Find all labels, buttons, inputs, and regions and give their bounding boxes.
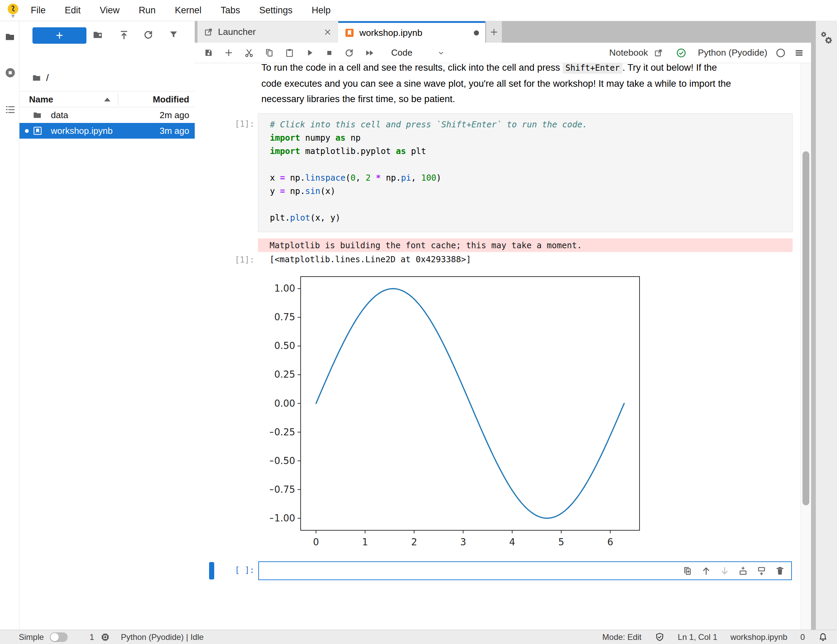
markdown-line-2: code executes and you can see a sine wav…	[261, 76, 731, 91]
svg-text:−0.25: −0.25	[270, 426, 295, 438]
empty-cell-input[interactable]	[258, 561, 792, 580]
code-editor[interactable]: # Click into this cell and press `Shift+…	[270, 118, 792, 224]
stop-icon[interactable]	[325, 49, 334, 57]
svg-text:4: 4	[509, 536, 515, 547]
run-icon[interactable]	[305, 48, 315, 58]
svg-text:3: 3	[460, 536, 466, 547]
cut-icon[interactable]	[244, 48, 254, 58]
kernel-name[interactable]: Python (Pyodide)	[698, 48, 767, 58]
file-browser-icon[interactable]	[5, 31, 15, 43]
status-filename: workshop.ipynb	[730, 633, 788, 642]
file-modified: 2m ago	[159, 110, 189, 121]
save-icon[interactable]	[204, 48, 213, 58]
duplicate-cell-icon[interactable]	[683, 566, 693, 576]
menu-edit[interactable]: Edit	[55, 5, 90, 16]
cell-type-dropdown[interactable]: Code	[391, 48, 445, 58]
svg-text:0: 0	[313, 536, 319, 547]
file-name: data	[51, 110, 68, 121]
notification-count[interactable]: 0	[801, 633, 805, 642]
menu-run[interactable]: Run	[129, 5, 165, 16]
cell-type-value: Code	[391, 48, 412, 58]
breadcrumb[interactable]: /	[32, 72, 49, 83]
notebook-file-icon	[345, 28, 354, 38]
column-name[interactable]: Name	[29, 94, 53, 105]
svg-text:5: 5	[558, 536, 565, 547]
left-activity-bar	[0, 21, 20, 630]
svg-text:0.50: 0.50	[274, 340, 295, 351]
mode-indicator[interactable]: Mode: Edit	[602, 633, 642, 642]
menu-bar: File Edit View Run Kernel Tabs Settings …	[0, 0, 837, 21]
simple-mode-toggle[interactable]	[50, 633, 68, 642]
bell-icon[interactable]	[818, 632, 828, 642]
file-list-header: Name Modified	[20, 91, 195, 107]
file-name: workshop.ipynb	[51, 126, 113, 136]
refresh-icon[interactable]	[143, 29, 154, 40]
jupyterlab-window: File Edit View Run Kernel Tabs Settings …	[0, 0, 837, 644]
notebook-file-icon	[33, 126, 43, 136]
status-bar-right: Mode: Edit Ln 1, Col 1 workshop.ipynb 0	[602, 632, 828, 642]
trust-shield-icon[interactable]	[655, 632, 665, 642]
launcher-icon	[204, 27, 213, 37]
new-launcher-button[interactable]: +	[33, 27, 87, 44]
svg-text:1.00: 1.00	[274, 283, 295, 294]
notebook-scrollbar-thumb[interactable]	[803, 151, 809, 505]
tab-workshop-active[interactable]: workshop.ipynb	[338, 21, 485, 43]
menu-settings[interactable]: Settings	[250, 5, 302, 16]
insert-cell-icon[interactable]	[224, 48, 234, 58]
code-cell-input[interactable]: # Click into this cell and press `Shift+…	[258, 113, 793, 232]
kernel-sessions-count[interactable]: 1	[90, 633, 94, 642]
notebook-label: Notebook	[609, 48, 648, 58]
paste-icon[interactable]	[285, 48, 294, 58]
restart-kernel-icon[interactable]	[344, 48, 354, 58]
inline-code: Shift+Enter	[563, 63, 622, 74]
move-up-icon[interactable]	[701, 566, 711, 576]
svg-text:−0.75: −0.75	[270, 484, 295, 495]
menu-help[interactable]: Help	[302, 5, 340, 16]
column-modified[interactable]: Modified	[153, 94, 189, 105]
menu-kernel[interactable]: Kernel	[165, 5, 211, 16]
filter-icon[interactable]	[168, 29, 179, 39]
kernel-chip-icon[interactable]	[100, 632, 111, 642]
trusted-check-icon	[676, 48, 686, 58]
markdown-cell[interactable]: To run the code in a cell and see the re…	[261, 63, 731, 107]
property-inspector-gears-icon[interactable]	[819, 30, 834, 46]
close-icon[interactable]	[323, 28, 332, 36]
delete-cell-icon[interactable]	[775, 566, 785, 576]
file-row-workshop-selected[interactable]: workshop.ipynb 3m ago	[20, 123, 195, 139]
tab-launcher[interactable]: Launcher	[197, 21, 338, 43]
open-in-icon[interactable]	[653, 48, 663, 58]
cursor-position[interactable]: Ln 1, Col 1	[678, 633, 717, 642]
folder-icon	[32, 73, 41, 83]
chevron-down-icon	[437, 49, 445, 57]
copy-icon[interactable]	[264, 48, 274, 58]
toolbar-menu-icon[interactable]	[794, 48, 804, 58]
plus-icon	[489, 27, 499, 37]
input-prompt: [1]:	[213, 119, 254, 129]
running-kernels-icon[interactable]	[5, 67, 16, 79]
menu-file[interactable]: File	[21, 5, 55, 16]
table-of-contents-icon[interactable]	[5, 104, 16, 115]
sine-plot: 01234561.000.750.500.250.00−0.25−0.50−0.…	[270, 275, 642, 550]
empty-input-prompt: [ ]:	[213, 565, 254, 575]
file-row-data[interactable]: data 2m ago	[20, 107, 195, 123]
insert-above-icon[interactable]	[738, 566, 748, 576]
notebook-scrollbar-track[interactable]	[801, 63, 811, 630]
menu-tabs[interactable]: Tabs	[211, 5, 250, 16]
insert-below-icon[interactable]	[757, 566, 766, 576]
restart-run-all-icon[interactable]	[364, 48, 375, 58]
svg-text:1: 1	[362, 536, 368, 547]
upload-icon[interactable]	[118, 29, 130, 40]
matplotlib-figure: 01234561.000.750.500.250.00−0.25−0.50−0.…	[270, 275, 642, 550]
svg-text:0.00: 0.00	[274, 398, 295, 409]
breadcrumb-root[interactable]: /	[46, 72, 49, 83]
menu-view[interactable]: View	[90, 5, 129, 16]
notebook-toolbar: Code Notebook Python (Pyodide)	[195, 43, 811, 63]
new-tab-button[interactable]	[486, 21, 502, 43]
move-down-icon[interactable]	[719, 566, 730, 576]
kernel-status-text[interactable]: Python (Pyodide) | Idle	[121, 633, 204, 642]
kernel-status-circle-icon[interactable]	[776, 48, 786, 58]
new-folder-icon[interactable]	[92, 29, 103, 40]
stderr-output: Matplotlib is building the font cache; t…	[258, 238, 793, 252]
sort-ascending-icon[interactable]	[104, 98, 110, 102]
tab-label: workshop.ipynb	[359, 28, 469, 38]
